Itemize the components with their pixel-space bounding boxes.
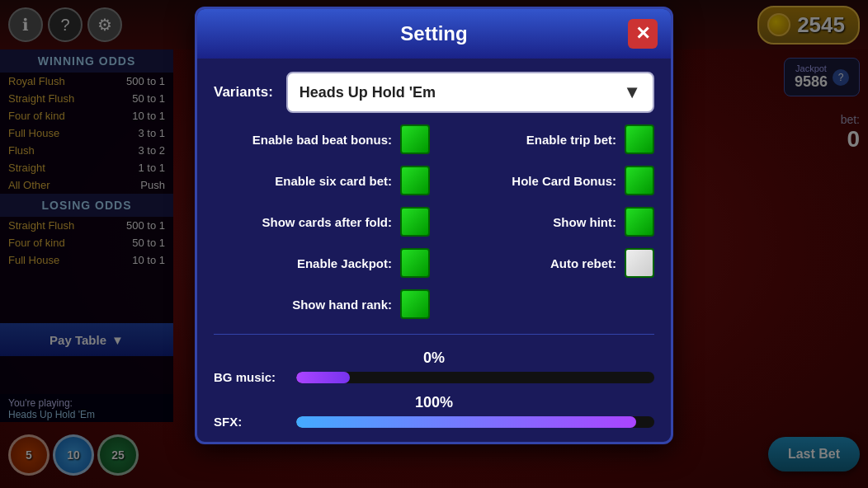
toggle-row-7: Auto rebet:: [438, 248, 654, 278]
toggle-row-0: Enable bad beat bonus:: [214, 124, 430, 154]
bg-music-row: 0% BG music:: [214, 350, 654, 384]
toggle-row-8: Show hand rank:: [214, 289, 430, 319]
bg-music-fill: [296, 372, 350, 383]
toggle-label: Enable six card bet:: [275, 174, 392, 188]
sfx-slider-container: SFX:: [214, 415, 654, 429]
dropdown-arrow-icon: ▼: [623, 82, 641, 103]
sfx-row: 100% SFX:: [214, 394, 654, 429]
modal-overlay: Setting ✕ Variants: Heads Up Hold 'Em ▼ …: [0, 0, 868, 488]
bg-music-track[interactable]: [296, 372, 654, 383]
toggle-label: Enable bad beat bonus:: [252, 133, 392, 147]
variants-dropdown[interactable]: Heads Up Hold 'Em ▼: [286, 72, 654, 113]
toggle-label: Hole Card Bonus:: [512, 174, 616, 188]
variants-label: Variants:: [214, 84, 273, 101]
toggle-label: Enable trip bet:: [526, 133, 616, 147]
modal-title: Setting: [240, 22, 628, 45]
toggle-row-4: Show cards after fold:: [214, 207, 430, 237]
toggle-row-2: Enable six card bet:: [214, 166, 430, 195]
toggle-button[interactable]: [625, 124, 654, 154]
sfx-label: SFX:: [214, 415, 288, 429]
toggle-button[interactable]: [400, 248, 430, 278]
sfx-fill: [296, 416, 636, 428]
toggle-label: Enable Jackpot:: [297, 256, 392, 270]
toggle-button[interactable]: [400, 207, 430, 237]
toggle-button[interactable]: [400, 166, 430, 195]
bg-music-pct: 0%: [214, 350, 654, 367]
toggle-row-5: Show hint:: [438, 207, 654, 237]
toggle-row-1: Enable trip bet:: [438, 124, 654, 154]
sfx-track[interactable]: [296, 416, 654, 428]
variants-value: Heads Up Hold 'Em: [300, 84, 436, 101]
modal-close-button[interactable]: ✕: [628, 19, 658, 49]
toggle-label: Auto rebet:: [550, 256, 616, 270]
modal-divider: [214, 334, 654, 335]
toggle-row-3: Hole Card Bonus:: [438, 166, 654, 195]
toggle-label: Show hand rank:: [292, 298, 392, 312]
sfx-pct: 100%: [214, 394, 654, 411]
toggle-button[interactable]: [625, 248, 654, 278]
toggle-label: Show cards after fold:: [262, 215, 392, 229]
bg-music-label: BG music:: [214, 370, 288, 384]
slider-section: 0% BG music: 100% SFX:: [214, 350, 654, 429]
toggle-row-6: Enable Jackpot:: [214, 248, 430, 278]
bg-music-slider-container: BG music:: [214, 370, 654, 384]
toggle-button[interactable]: [625, 207, 654, 237]
modal-body: Variants: Heads Up Hold 'Em ▼ Enable bad…: [197, 59, 671, 442]
toggle-grid: Enable bad beat bonus: Enable trip bet: …: [214, 124, 654, 319]
settings-modal: Setting ✕ Variants: Heads Up Hold 'Em ▼ …: [195, 7, 673, 444]
toggle-button[interactable]: [400, 289, 430, 319]
toggle-label: Show hint:: [553, 215, 616, 229]
toggle-button[interactable]: [625, 166, 654, 195]
toggle-button[interactable]: [400, 124, 430, 154]
variants-row: Variants: Heads Up Hold 'Em ▼: [214, 72, 654, 113]
modal-header: Setting ✕: [197, 9, 671, 59]
